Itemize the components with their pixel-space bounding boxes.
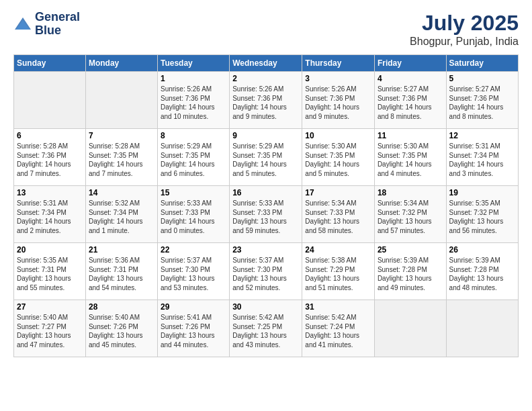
calendar-cell: 3Sunrise: 5:26 AM Sunset: 7:36 PM Daylig… bbox=[302, 72, 375, 129]
calendar-cell: 26Sunrise: 5:39 AM Sunset: 7:28 PM Dayli… bbox=[446, 243, 518, 300]
day-number: 30 bbox=[232, 302, 299, 312]
calendar-cell: 11Sunrise: 5:30 AM Sunset: 7:35 PM Dayli… bbox=[374, 129, 446, 186]
day-info: Sunrise: 5:32 AM Sunset: 7:34 PM Dayligh… bbox=[89, 199, 154, 235]
day-info: Sunrise: 5:38 AM Sunset: 7:29 PM Dayligh… bbox=[305, 256, 371, 292]
calendar-cell: 10Sunrise: 5:30 AM Sunset: 7:35 PM Dayli… bbox=[302, 129, 375, 186]
day-info: Sunrise: 5:42 AM Sunset: 7:24 PM Dayligh… bbox=[305, 313, 371, 349]
calendar-cell: 9Sunrise: 5:29 AM Sunset: 7:35 PM Daylig… bbox=[230, 129, 302, 186]
weekday-header: Wednesday bbox=[230, 55, 302, 72]
day-number: 16 bbox=[232, 188, 299, 197]
day-number: 31 bbox=[305, 302, 371, 312]
weekday-header: Friday bbox=[374, 55, 446, 72]
calendar-cell: 2Sunrise: 5:26 AM Sunset: 7:36 PM Daylig… bbox=[230, 72, 302, 129]
day-info: Sunrise: 5:33 AM Sunset: 7:33 PM Dayligh… bbox=[161, 199, 226, 235]
day-number: 17 bbox=[305, 188, 371, 197]
calendar-cell: 22Sunrise: 5:37 AM Sunset: 7:30 PM Dayli… bbox=[158, 243, 230, 300]
day-number: 14 bbox=[89, 188, 154, 197]
day-info: Sunrise: 5:34 AM Sunset: 7:33 PM Dayligh… bbox=[305, 199, 371, 235]
day-number: 19 bbox=[449, 188, 515, 197]
weekday-header: Monday bbox=[85, 55, 157, 72]
calendar-body: 1Sunrise: 5:26 AM Sunset: 7:36 PM Daylig… bbox=[14, 72, 519, 357]
calendar-week: 6Sunrise: 5:28 AM Sunset: 7:36 PM Daylig… bbox=[14, 129, 519, 186]
day-info: Sunrise: 5:26 AM Sunset: 7:36 PM Dayligh… bbox=[305, 85, 371, 121]
title-block: July 2025 Bhogpur, Punjab, India bbox=[410, 11, 519, 48]
day-number: 28 bbox=[89, 302, 154, 312]
day-number: 3 bbox=[305, 74, 371, 83]
day-info: Sunrise: 5:26 AM Sunset: 7:36 PM Dayligh… bbox=[161, 85, 226, 121]
calendar-cell: 15Sunrise: 5:33 AM Sunset: 7:33 PM Dayli… bbox=[158, 186, 230, 243]
calendar-cell: 7Sunrise: 5:28 AM Sunset: 7:35 PM Daylig… bbox=[85, 129, 157, 186]
day-info: Sunrise: 5:41 AM Sunset: 7:26 PM Dayligh… bbox=[161, 313, 226, 349]
day-number: 26 bbox=[449, 245, 515, 255]
day-info: Sunrise: 5:29 AM Sunset: 7:35 PM Dayligh… bbox=[232, 142, 299, 178]
day-info: Sunrise: 5:34 AM Sunset: 7:32 PM Dayligh… bbox=[378, 199, 443, 235]
calendar-cell: 1Sunrise: 5:26 AM Sunset: 7:36 PM Daylig… bbox=[158, 72, 230, 129]
weekday-header: Sunday bbox=[14, 55, 86, 72]
calendar-cell: 25Sunrise: 5:39 AM Sunset: 7:28 PM Dayli… bbox=[374, 243, 446, 300]
day-number: 7 bbox=[89, 131, 154, 140]
day-info: Sunrise: 5:30 AM Sunset: 7:35 PM Dayligh… bbox=[378, 142, 443, 178]
calendar-cell: 4Sunrise: 5:27 AM Sunset: 7:36 PM Daylig… bbox=[374, 72, 446, 129]
day-number: 25 bbox=[378, 245, 443, 255]
day-info: Sunrise: 5:26 AM Sunset: 7:36 PM Dayligh… bbox=[232, 85, 299, 121]
calendar-cell: 14Sunrise: 5:32 AM Sunset: 7:34 PM Dayli… bbox=[85, 186, 157, 243]
calendar-cell: 21Sunrise: 5:36 AM Sunset: 7:31 PM Dayli… bbox=[85, 243, 157, 300]
day-number: 15 bbox=[161, 188, 226, 197]
day-info: Sunrise: 5:39 AM Sunset: 7:28 PM Dayligh… bbox=[378, 256, 443, 292]
day-info: Sunrise: 5:30 AM Sunset: 7:35 PM Dayligh… bbox=[305, 142, 371, 178]
day-number: 23 bbox=[232, 245, 299, 255]
calendar-week: 1Sunrise: 5:26 AM Sunset: 7:36 PM Daylig… bbox=[14, 72, 519, 129]
day-number: 20 bbox=[17, 245, 83, 255]
header: General Blue July 2025 Bhogpur, Punjab, … bbox=[13, 11, 519, 48]
calendar-cell: 31Sunrise: 5:42 AM Sunset: 7:24 PM Dayli… bbox=[302, 300, 375, 357]
calendar-cell bbox=[446, 300, 518, 357]
calendar-cell: 16Sunrise: 5:33 AM Sunset: 7:33 PM Dayli… bbox=[230, 186, 302, 243]
day-info: Sunrise: 5:33 AM Sunset: 7:33 PM Dayligh… bbox=[232, 199, 299, 235]
day-number: 21 bbox=[89, 245, 154, 255]
day-info: Sunrise: 5:40 AM Sunset: 7:26 PM Dayligh… bbox=[89, 313, 154, 349]
calendar-cell: 6Sunrise: 5:28 AM Sunset: 7:36 PM Daylig… bbox=[14, 129, 86, 186]
calendar-week: 27Sunrise: 5:40 AM Sunset: 7:27 PM Dayli… bbox=[14, 300, 519, 357]
day-number: 13 bbox=[17, 188, 83, 197]
day-number: 24 bbox=[305, 245, 371, 255]
day-info: Sunrise: 5:29 AM Sunset: 7:35 PM Dayligh… bbox=[161, 142, 226, 178]
logo-icon bbox=[13, 15, 32, 34]
day-info: Sunrise: 5:28 AM Sunset: 7:36 PM Dayligh… bbox=[17, 142, 83, 178]
day-number: 5 bbox=[449, 74, 515, 83]
weekday-header: Tuesday bbox=[158, 55, 230, 72]
day-number: 29 bbox=[161, 302, 226, 312]
day-info: Sunrise: 5:40 AM Sunset: 7:27 PM Dayligh… bbox=[17, 313, 83, 349]
weekday-header: Thursday bbox=[302, 55, 375, 72]
day-info: Sunrise: 5:35 AM Sunset: 7:31 PM Dayligh… bbox=[17, 256, 83, 292]
day-number: 4 bbox=[378, 74, 443, 83]
page: General Blue July 2025 Bhogpur, Punjab, … bbox=[0, 0, 532, 411]
day-info: Sunrise: 5:31 AM Sunset: 7:34 PM Dayligh… bbox=[17, 199, 83, 235]
calendar-week: 13Sunrise: 5:31 AM Sunset: 7:34 PM Dayli… bbox=[14, 186, 519, 243]
sub-title: Bhogpur, Punjab, India bbox=[410, 36, 519, 48]
day-info: Sunrise: 5:42 AM Sunset: 7:25 PM Dayligh… bbox=[232, 313, 299, 349]
calendar: SundayMondayTuesdayWednesdayThursdayFrid… bbox=[13, 54, 519, 357]
calendar-cell: 24Sunrise: 5:38 AM Sunset: 7:29 PM Dayli… bbox=[302, 243, 375, 300]
day-info: Sunrise: 5:37 AM Sunset: 7:30 PM Dayligh… bbox=[232, 256, 299, 292]
calendar-cell: 18Sunrise: 5:34 AM Sunset: 7:32 PM Dayli… bbox=[374, 186, 446, 243]
day-info: Sunrise: 5:31 AM Sunset: 7:34 PM Dayligh… bbox=[449, 142, 515, 178]
calendar-header: SundayMondayTuesdayWednesdayThursdayFrid… bbox=[14, 55, 519, 72]
calendar-cell: 29Sunrise: 5:41 AM Sunset: 7:26 PM Dayli… bbox=[158, 300, 230, 357]
calendar-cell: 8Sunrise: 5:29 AM Sunset: 7:35 PM Daylig… bbox=[158, 129, 230, 186]
day-number: 9 bbox=[232, 131, 299, 140]
day-number: 18 bbox=[378, 188, 443, 197]
weekday-header: Saturday bbox=[446, 55, 518, 72]
day-info: Sunrise: 5:27 AM Sunset: 7:36 PM Dayligh… bbox=[378, 85, 443, 121]
calendar-cell bbox=[374, 300, 446, 357]
day-number: 6 bbox=[17, 131, 83, 140]
calendar-cell bbox=[14, 72, 86, 129]
day-number: 22 bbox=[161, 245, 226, 255]
day-number: 27 bbox=[17, 302, 83, 312]
day-number: 11 bbox=[378, 131, 443, 140]
calendar-cell: 27Sunrise: 5:40 AM Sunset: 7:27 PM Dayli… bbox=[14, 300, 86, 357]
calendar-cell: 30Sunrise: 5:42 AM Sunset: 7:25 PM Dayli… bbox=[230, 300, 302, 357]
main-title: July 2025 bbox=[410, 11, 519, 36]
calendar-cell: 19Sunrise: 5:35 AM Sunset: 7:32 PM Dayli… bbox=[446, 186, 518, 243]
calendar-cell: 13Sunrise: 5:31 AM Sunset: 7:34 PM Dayli… bbox=[14, 186, 86, 243]
day-number: 2 bbox=[232, 74, 299, 83]
